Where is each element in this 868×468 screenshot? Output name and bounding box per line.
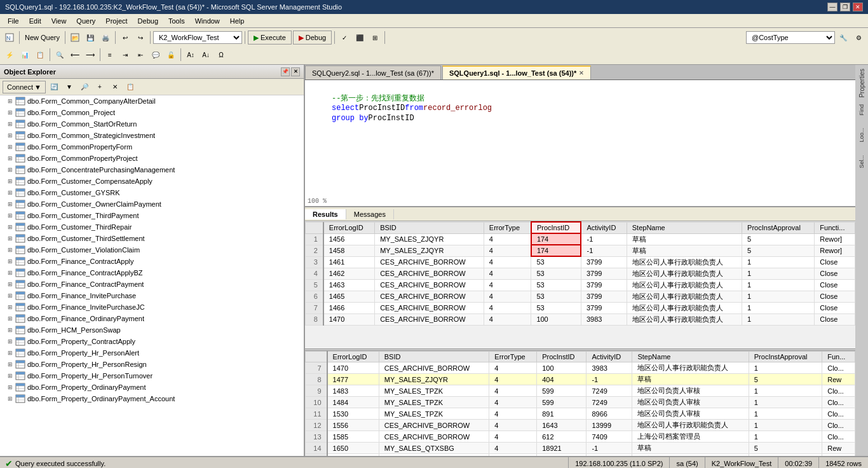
tree-item-19[interactable]: ⊞ dbo.Form_Finance_OrdinaryPayment — [0, 313, 304, 324]
sel-label[interactable]: Sel... — [858, 155, 865, 169]
tb2-btn13[interactable]: A↓ — [199, 48, 213, 62]
tb2-btn10[interactable]: 💬 — [149, 48, 163, 62]
tree-item-4[interactable]: ⊞ dbo.Form_CommonPropertyForm — [0, 141, 304, 153]
tree-item-15[interactable]: ⊞ dbo.Form_Finance_ContractApplyBZ — [0, 267, 304, 279]
toolbar-btn-2[interactable]: 💾 — [83, 31, 97, 45]
tb2-btn3[interactable]: 📋 — [33, 48, 47, 62]
tree-item-18[interactable]: ⊞ dbo.Form_Finance_InvitePurchaseJC — [0, 301, 304, 313]
col-header-procinstid[interactable]: ProcInstID — [531, 222, 581, 233]
tree-item-11[interactable]: ⊞ dbo.Form_Customer_ThirdRepair — [0, 221, 304, 233]
menu-window[interactable]: Window — [190, 16, 225, 26]
menu-help[interactable]: Help — [225, 16, 250, 26]
results-tab-results[interactable]: Results — [305, 209, 346, 219]
col2-header-bsid[interactable]: BSID — [379, 352, 489, 362]
oe-del-btn[interactable]: ✕ — [108, 80, 122, 94]
tab-close-icon[interactable]: ✕ — [579, 70, 584, 76]
bottom-table-row-6[interactable]: 131585CES_ARCHIVE_BORROW46127409上海公司档案管理… — [306, 431, 855, 443]
tab-sqlquery1[interactable]: SQLQuery1.sql - 1...low_Test (sa (54))* … — [442, 65, 591, 79]
cancel-query-btn[interactable]: ⬛ — [353, 31, 367, 45]
tree-item-13[interactable]: ⊞ dbo.Form_Customer_ViolationClaim — [0, 244, 304, 256]
debug-button[interactable]: ▶ Debug — [293, 31, 332, 45]
find-label[interactable]: Find — [858, 104, 865, 116]
toolbar-btn-1[interactable]: 📂 — [68, 31, 82, 45]
minimize-button[interactable]: — — [827, 3, 837, 11]
tb2-btn9[interactable]: ⇤ — [133, 48, 147, 62]
tb2-btn7[interactable]: ≡ — [103, 48, 117, 62]
tree-item-7[interactable]: ⊞ dbo.Form_Customer_CompensateApply — [0, 176, 304, 187]
close-button[interactable]: ✕ — [853, 3, 863, 11]
tb2-btn4[interactable]: 🔍 — [53, 48, 67, 62]
bottom-table-row-0[interactable]: 71470CES_ARCHIVE_BORROW41003983地区公司人事行政职… — [306, 362, 855, 374]
menu-debug[interactable]: Debug — [133, 16, 163, 26]
col-header-stepname[interactable]: StepName — [627, 222, 742, 233]
tb2-btn5[interactable]: ⟵ — [68, 48, 82, 62]
tree-item-1[interactable]: ⊞ dbo.Form_Common_Project — [0, 107, 304, 118]
col2-header-procinstid[interactable]: ProcInstID — [537, 352, 587, 362]
new-query-label[interactable]: New Query — [22, 34, 62, 41]
tree-item-9[interactable]: ⊞ dbo.Form_Customer_OwnerClaimPayment — [0, 198, 304, 210]
tb2-btn14[interactable]: Ω — [214, 48, 228, 62]
look-label[interactable]: Loo... — [858, 128, 865, 142]
top-table-row-1[interactable]: 21458MY_SALES_ZJQYR4174-1草稿5Rewor] — [306, 245, 855, 256]
top-table-row-5[interactable]: 61465CES_ARCHIVE_BORROW4533799地区公司人事行政职能… — [306, 291, 855, 302]
bottom-table-row-7[interactable]: 141650MY_SALES_QTXSBG418921-1草稿5Rew — [306, 443, 855, 454]
top-table-row-6[interactable]: 71466CES_ARCHIVE_BORROW4533799地区公司人事行政职能… — [306, 302, 855, 313]
top-table-row-0[interactable]: 11456MY_SALES_ZJQYR4174-1草稿5Rewor] — [306, 233, 855, 245]
undo-btn[interactable]: ↩ — [118, 31, 132, 45]
col-header-activityid[interactable]: ActivityID — [581, 222, 627, 233]
menu-view[interactable]: View — [46, 16, 72, 26]
database-dropdown[interactable]: K2_WorkFlow_Test — [153, 31, 242, 44]
connect-button[interactable]: Connect ▼ — [3, 81, 46, 93]
tb2-btn2[interactable]: 📊 — [18, 48, 32, 62]
maximize-button[interactable]: ❐ — [840, 3, 850, 11]
panel-close-btn[interactable]: ✕ — [291, 67, 300, 76]
tree-item-0[interactable]: ⊞ dbo.Form_Common_CompanyAlterDetail — [0, 95, 304, 107]
menu-tools[interactable]: Tools — [163, 16, 190, 26]
col-header-bsid[interactable]: BSID — [375, 222, 484, 233]
col2-header-errortype[interactable]: ErrorType — [489, 352, 537, 362]
col-header-functi[interactable]: Functi... — [815, 222, 855, 233]
bottom-table-row-5[interactable]: 121556CES_ARCHIVE_BORROW4164313999地区公司人事… — [306, 420, 855, 431]
tree-item-23[interactable]: ⊞ dbo.Form_Property_Hr_PersonResign — [0, 359, 304, 370]
bottom-table-row-8[interactable]: 151653MY_SALES_ZJQYR421130-1草稿5Rew — [306, 454, 855, 457]
oe-filter2-btn[interactable]: 🔎 — [78, 80, 92, 94]
tree-item-8[interactable]: ⊞ dbo.Form_Customer_GYSRK — [0, 187, 304, 198]
tree-item-20[interactable]: ⊞ dbo.Form_HCM_PersonSwap — [0, 324, 304, 336]
tree-item-26[interactable]: ⊞ dbo.Form_Property_OrdinaryPayment_Acco… — [0, 393, 304, 404]
redo-btn[interactable]: ↪ — [133, 31, 147, 45]
menu-edit[interactable]: Edit — [24, 16, 46, 26]
top-table-row-2[interactable]: 31461CES_ARCHIVE_BORROW4533799地区公司人事行政职能… — [306, 256, 855, 268]
results-btn[interactable]: ⊞ — [368, 31, 382, 45]
tree-item-5[interactable]: ⊞ dbo.Form_CommonPropertyProject — [0, 153, 304, 164]
costtype-dropdown[interactable]: @CostType — [746, 31, 835, 44]
tree-item-24[interactable]: ⊞ dbo.Form_Property_Hr_PersonTurnover — [0, 370, 304, 382]
pin-button[interactable]: 📌 — [281, 67, 290, 76]
bottom-table-row-1[interactable]: 81477MY_SALES_ZJQYR4404-1草稿5Rew — [306, 374, 855, 385]
tree-item-6[interactable]: ⊞ dbo.Form_ConcentratePurchasingManageme… — [0, 164, 304, 176]
tb2-btn11[interactable]: 🔓 — [164, 48, 178, 62]
top-table-row-7[interactable]: 81470CES_ARCHIVE_BORROW41003983地区公司人事行政职… — [306, 313, 855, 325]
col2-header-activityid[interactable]: ActivityID — [587, 352, 632, 362]
oe-props-btn[interactable]: 📋 — [123, 80, 137, 94]
oe-filter-btn[interactable]: ▼ — [62, 80, 76, 94]
menu-project[interactable]: Project — [100, 16, 132, 26]
menu-file[interactable]: File — [3, 16, 24, 26]
tree-item-21[interactable]: ⊞ dbo.Form_Property_ContractApply — [0, 336, 304, 347]
bottom-table-row-3[interactable]: 101484MY_SALES_TPZK45997249地区公司负责人审核1Clo… — [306, 397, 855, 408]
tree-item-14[interactable]: ⊞ dbo.Form_Finance_ContractApply — [0, 256, 304, 267]
toolbar-btn-3[interactable]: 🖨️ — [98, 31, 112, 45]
tb2-btn12[interactable]: A↕ — [184, 48, 198, 62]
top-table-row-4[interactable]: 51463CES_ARCHIVE_BORROW4533799地区公司人事行政职能… — [306, 279, 855, 291]
tree-item-3[interactable]: ⊞ dbo.Form_Common_StrategicInvestment — [0, 130, 304, 141]
col-header-errortype[interactable]: ErrorType — [484, 222, 531, 233]
tree-item-25[interactable]: ⊞ dbo.Form_Property_OrdinaryPayment — [0, 382, 304, 393]
results-tab-messages[interactable]: Messages — [346, 209, 394, 219]
top-table-row-3[interactable]: 41462CES_ARCHIVE_BORROW4533799地区公司人事行政职能… — [306, 268, 855, 279]
tb2-btn6[interactable]: ⟶ — [83, 48, 97, 62]
tree-item-17[interactable]: ⊞ dbo.Form_Finance_InvitePurchase — [0, 290, 304, 301]
col2-header-fun[interactable]: Fun... — [822, 352, 855, 362]
col-header-procinapproval[interactable]: ProcInstApproval — [742, 222, 815, 233]
tree-item-2[interactable]: ⊞ dbo.Form_Common_StartOrReturn — [0, 118, 304, 130]
col-header-errorlogid[interactable]: ErrorLogID — [323, 222, 375, 233]
run-script-btn[interactable]: 🔧 — [836, 31, 850, 45]
